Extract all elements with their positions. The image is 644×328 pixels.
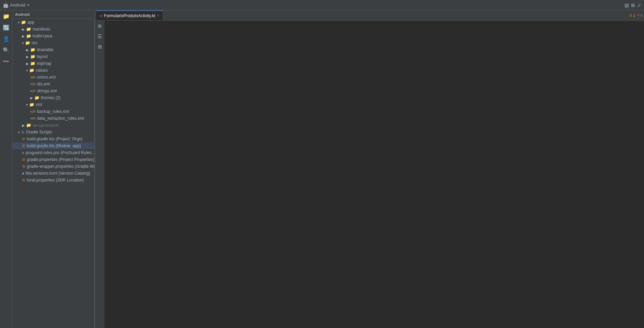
tree-item-label: local.properties (SDK Location) <box>27 178 84 183</box>
gradle-icon: ⚙ <box>22 157 25 162</box>
tree-item-label: drawable <box>37 47 54 52</box>
tree-item-proguard[interactable]: ≡ proguard-rules.pro (ProGuard Rules...) <box>12 149 94 156</box>
xml-icon: </> <box>30 109 36 114</box>
tree-item-themes[interactable]: ▶ 📁 themes (2) <box>12 94 94 101</box>
folder-icon: 📁 <box>25 40 30 45</box>
folder-icon: 📁 <box>30 54 35 59</box>
tree-item-res[interactable]: ▾ 📁 res <box>12 39 94 46</box>
tree-item-strings-xml[interactable]: </> strings.xml <box>12 87 94 94</box>
warning-badge: ⚠ 1 <box>629 13 635 17</box>
kt-file-icon: kt <box>100 14 103 18</box>
tree-item-label: proguard-rules.pro (ProGuard Rules...) <box>25 150 95 155</box>
chevron-icon: ▶ <box>26 48 29 52</box>
tree-item-label: kotlin+java <box>33 34 52 38</box>
tree-item-label: libs.versions.toml (Version Catalog) <box>26 171 90 176</box>
tree-header: Android <box>12 10 94 19</box>
error-count: 6 <box>641 13 643 17</box>
app-title: 🤖 Android ▾ <box>3 2 29 8</box>
tree-item-label: build.gradle.kts (Module :app) <box>27 143 81 148</box>
tree-item-label: build.gradle.kts (Project: Orgs) <box>27 137 82 141</box>
tree-item-app[interactable]: ▾ 📁 app <box>12 19 94 26</box>
right-sidebar-icon-1[interactable]: ⚙ <box>98 23 102 29</box>
folder-icon: 📁 <box>30 61 35 66</box>
xml-icon: </> <box>30 75 36 79</box>
sidebar-icon-users[interactable]: 👤 <box>3 36 10 42</box>
folder-icon: 📁 <box>29 68 34 73</box>
tree-item-build-gradle-project[interactable]: ⚙ build.gradle.kts (Project: Orgs) <box>12 136 94 142</box>
layout-icon[interactable]: ▤ <box>624 2 629 8</box>
chevron-icon: ▾ <box>18 21 20 24</box>
tree-title: Android <box>15 12 30 16</box>
tree-item-label: ids.xml <box>37 82 50 86</box>
chevron-icon: ▶ <box>30 96 33 100</box>
tree-item-label: layout <box>37 54 48 59</box>
chevron-icon: ▾ <box>22 41 24 45</box>
tree-item-label: data_extraction_rules.xml <box>37 116 84 121</box>
tree-item-gradle-scripts[interactable]: ▾ ⚙ Gradle Scripts <box>12 129 94 136</box>
tree-item-local-properties[interactable]: ⚙ local.properties (SDK Location) <box>12 177 94 184</box>
right-sidebar-icon-2[interactable]: ☰ <box>98 34 102 39</box>
editor-area: kt FormularioProdutoActivity.kt ✕ ⚠ 1 ✕ … <box>95 10 644 328</box>
tree-item-drawable[interactable]: ▶ 📁 drawable <box>12 46 94 53</box>
gradle-icon: ⚙ <box>22 137 25 141</box>
folder-icon: 📁 <box>34 95 39 100</box>
editor-badges: ⚠ 1 ✕ 6 <box>629 13 643 17</box>
tree-item-label: gradle.properties (Project Properties) <box>27 157 94 162</box>
chevron-icon: ▶ <box>22 27 25 31</box>
tree-item-label: colors.xml <box>37 75 56 80</box>
tree-item-ids-xml[interactable]: </> ids.xml <box>12 81 94 87</box>
tree-item-xml[interactable]: ▾ 📁 xml <box>12 101 94 108</box>
tree-item-colors-xml[interactable]: </> colors.xml <box>12 74 94 81</box>
tree-item-values[interactable]: ▾ 📁 values <box>12 67 94 74</box>
sidebar-icon-commits[interactable]: 🔃 <box>3 24 10 31</box>
tree-item-backup-rules[interactable]: </> backup_rules.xml <box>12 108 94 115</box>
folder-icon: 📁 <box>30 47 35 52</box>
properties-icon: ⚙ <box>22 178 25 183</box>
tree-item-label: app <box>27 20 34 25</box>
split-icon[interactable]: ⊞ <box>631 2 635 8</box>
chevron-icon: ▶ <box>22 34 25 38</box>
tree-item-label: backup_rules.xml <box>37 109 69 114</box>
tree-item-label: manifests <box>33 27 50 32</box>
tree-item-gradle-wrapper[interactable]: ⚙ gradle-wrapper.properties (Gradle Wr..… <box>12 163 94 170</box>
sidebar-icons: 📁 🔃 👤 🔍 ••• <box>0 10 12 328</box>
tree-item-label: themes (2) <box>41 95 60 100</box>
tree-item-label: mipmap <box>37 61 52 66</box>
tree-item-label: xml <box>36 102 42 107</box>
chevron-down-icon[interactable]: ▾ <box>27 3 29 7</box>
title-label: Android <box>10 2 25 8</box>
folder-icon: 📁 <box>26 27 31 32</box>
chevron-icon: ▶ <box>22 124 25 127</box>
expand-icon[interactable]: ⤢ <box>637 2 641 8</box>
proguard-icon: ≡ <box>22 151 24 155</box>
sidebar-icon-search[interactable]: 🔍 <box>3 47 10 54</box>
xml-icon: </> <box>30 82 36 86</box>
editor-tab-active[interactable]: kt FormularioProdutoActivity.kt ✕ <box>96 10 163 20</box>
tree-item-label: res (generated) <box>33 123 58 127</box>
tree-item-mipmap[interactable]: ▶ 📁 mipmap <box>12 60 94 67</box>
tree-item-label: gradle-wrapper.properties (Gradle Wr...) <box>27 164 95 169</box>
tree-item-layout[interactable]: ▶ 📁 layout <box>12 53 94 60</box>
tree-item-build-gradle-app[interactable]: ⚙ build.gradle.kts (Module :app) <box>12 142 94 149</box>
sidebar-icon-more[interactable]: ••• <box>3 58 9 65</box>
xml-icon: </> <box>30 116 36 120</box>
tree-item-label: Gradle Scripts <box>26 130 52 134</box>
folder-icon: 📁 <box>29 102 34 107</box>
tab-close-button[interactable]: ✕ <box>157 14 159 17</box>
chevron-icon: ▾ <box>18 130 20 134</box>
sidebar-icon-project[interactable]: 📁 <box>3 13 10 20</box>
tree-item-data-extraction[interactable]: </> data_extraction_rules.xml <box>12 115 94 122</box>
tree-item-manifests[interactable]: ▶ 📁 manifests <box>12 26 94 33</box>
error-badge: ✕ 6 <box>637 13 643 17</box>
tab-label: FormularioProdutoActivity.kt <box>104 13 155 18</box>
tree-item-libs-versions[interactable]: ■ libs.versions.toml (Version Catalog) <box>12 170 94 177</box>
tree-item-res-generated[interactable]: ▶ 📁 res (generated) <box>12 122 94 129</box>
folder-icon: 📁 <box>26 34 31 38</box>
chevron-icon: ▾ <box>26 103 28 107</box>
tree-item-kotlin[interactable]: ▶ 📁 kotlin+java <box>12 33 94 39</box>
right-sidebar-icon-3[interactable]: ⊞ <box>98 44 102 49</box>
tree-item-gradle-properties[interactable]: ⚙ gradle.properties (Project Properties) <box>12 156 94 163</box>
folder-icon: 📁 <box>21 20 26 25</box>
tab-toolbar: ⚠ 1 ✕ 6 <box>629 13 643 17</box>
chevron-icon: ▶ <box>26 55 29 59</box>
